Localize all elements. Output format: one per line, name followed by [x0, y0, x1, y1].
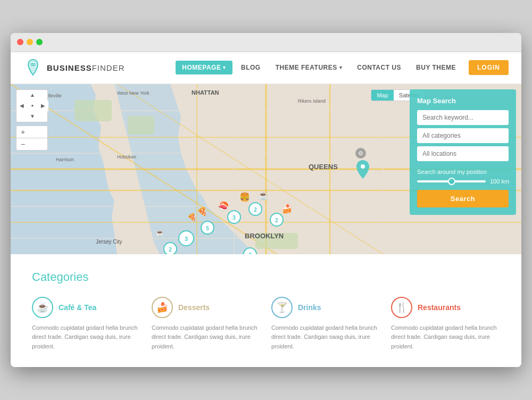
zoom-out-button[interactable]: −	[16, 138, 29, 150]
svg-text:Jersey City: Jersey City	[96, 239, 122, 245]
cafe-tea-name[interactable]: Café & Tea	[59, 303, 96, 312]
map-controls: ▲ ◀ ● ▶ ▼ + −	[16, 89, 48, 151]
cafe-tea-icon: ☕	[32, 297, 53, 318]
browser-window: BUSINESSFINDER HOMEPAGE ▾ BLOG THEME FEA…	[11, 33, 521, 368]
svg-text:2: 2	[275, 218, 278, 223]
keyword-input[interactable]	[417, 110, 509, 125]
nav-buy-theme[interactable]: BUY THEME	[410, 61, 462, 74]
svg-rect-22	[74, 100, 112, 121]
svg-text:Hoboken: Hoboken	[117, 154, 136, 160]
svg-text:🍕: 🍕	[197, 206, 207, 216]
restaurants-name[interactable]: Restaurants	[418, 303, 461, 312]
desserts-name[interactable]: Desserts	[178, 303, 210, 312]
titlebar	[11, 33, 521, 52]
svg-text:🍕: 🍕	[187, 213, 197, 222]
svg-text:🍣: 🍣	[218, 201, 229, 211]
svg-rect-23	[128, 116, 154, 135]
radius-value: 100 km	[490, 178, 509, 185]
map-zoom-control: + −	[16, 126, 48, 151]
radius-slider-container: 100 km	[417, 178, 509, 185]
svg-text:Harrison: Harrison	[56, 157, 74, 162]
svg-text:5: 5	[206, 226, 209, 231]
svg-text:QUEENS: QUEENS	[309, 163, 338, 171]
zoom-in-button[interactable]: +	[16, 126, 29, 138]
cafe-tea-header: ☕ Café & Tea	[32, 297, 141, 318]
logo-icon	[23, 58, 43, 77]
svg-text:☕: ☕	[258, 190, 269, 201]
map-section: Belleville West New York NHATTAN Rikers …	[11, 84, 521, 254]
svg-text:2: 2	[248, 252, 252, 254]
category-drinks: 🍸 Drinks Commodo cupidatat godard hella …	[271, 297, 380, 352]
map-pan-control: ▲ ◀ ● ▶ ▼	[16, 89, 48, 122]
nav-contact[interactable]: CONTACT US	[351, 61, 408, 74]
map-search-title: Map Search	[417, 97, 509, 105]
category-restaurants: 🍴 Restaurants Commodo cupidatat godard h…	[391, 297, 500, 352]
cafe-tea-desc: Commodo cupidatat godard hella brunch di…	[32, 323, 141, 352]
svg-text:🍰: 🍰	[282, 204, 293, 214]
login-button[interactable]: LOGIN	[469, 60, 509, 75]
pan-right-button[interactable]: ▶	[38, 101, 48, 111]
nav-theme-features[interactable]: THEME FEATURES ▾	[269, 61, 349, 74]
nav-links: HOMEPAGE ▾ BLOG THEME FEATURES ▾ CONTACT…	[176, 60, 509, 75]
categories-title: Categories	[32, 270, 500, 284]
desserts-icon: 🍰	[152, 297, 173, 318]
drinks-icon: 🍸	[271, 297, 293, 318]
location-input[interactable]	[417, 146, 509, 161]
restaurants-icon: 🍴	[391, 297, 412, 318]
pan-down-button[interactable]: ▼	[27, 111, 38, 122]
logo-text: BUSINESSFINDER	[47, 63, 125, 72]
logo[interactable]: BUSINESSFINDER	[23, 58, 125, 77]
nav-homepage[interactable]: HOMEPAGE ▾	[176, 61, 232, 74]
category-input[interactable]	[417, 128, 509, 143]
map-type-map[interactable]: Map	[371, 90, 393, 101]
pan-up-button[interactable]: ▲	[27, 90, 38, 101]
search-around-label: Search around my position	[417, 169, 509, 175]
drinks-name[interactable]: Drinks	[298, 303, 321, 312]
svg-text:2: 2	[254, 207, 257, 213]
svg-text:West New York: West New York	[117, 90, 149, 96]
drinks-desc: Commodo cupidatat godard hella brunch di…	[271, 323, 380, 352]
homepage-caret-icon: ▾	[223, 65, 226, 70]
navbar: BUSINESSFINDER HOMEPAGE ▾ BLOG THEME FEA…	[11, 52, 521, 84]
categories-grid: ☕ Café & Tea Commodo cupidatat godard he…	[32, 297, 500, 352]
svg-text:3: 3	[185, 236, 188, 242]
radius-slider[interactable]	[417, 180, 486, 182]
desserts-desc: Commodo cupidatat godard hella brunch di…	[152, 323, 261, 352]
svg-text:3: 3	[232, 215, 236, 221]
svg-point-57	[361, 164, 365, 169]
restaurants-header: 🍴 Restaurants	[391, 297, 500, 318]
svg-text:NHATTAN: NHATTAN	[192, 89, 219, 96]
svg-text:⚙: ⚙	[358, 150, 363, 156]
svg-point-2	[32, 63, 34, 64]
svg-text:Rikers Island: Rikers Island	[298, 98, 326, 104]
search-button[interactable]: Search	[417, 190, 509, 207]
svg-text:BROOKLYN: BROOKLYN	[245, 232, 284, 240]
pan-center-button[interactable]: ●	[27, 101, 38, 111]
nav-blog[interactable]: BLOG	[235, 61, 267, 74]
pan-left-button[interactable]: ◀	[16, 101, 27, 111]
svg-text:2: 2	[169, 247, 172, 253]
category-cafe-tea: ☕ Café & Tea Commodo cupidatat godard he…	[32, 297, 141, 352]
maximize-button[interactable]	[36, 39, 43, 45]
svg-text:🍔: 🍔	[239, 192, 250, 202]
svg-point-3	[32, 65, 34, 66]
theme-features-caret-icon: ▾	[339, 65, 343, 70]
restaurants-desc: Commodo cupidatat godard hella brunch di…	[391, 323, 500, 352]
desserts-header: 🍰 Desserts	[152, 297, 261, 318]
map-search-panel: Map Search Search around my position 100…	[410, 89, 516, 215]
categories-section: Categories ☕ Café & Tea Commodo cupidata…	[11, 254, 521, 368]
close-button[interactable]	[17, 39, 23, 45]
category-desserts: 🍰 Desserts Commodo cupidatat godard hell…	[152, 297, 261, 352]
minimize-button[interactable]	[27, 39, 33, 45]
drinks-header: 🍸 Drinks	[271, 297, 380, 318]
svg-text:☕: ☕	[155, 229, 165, 238]
